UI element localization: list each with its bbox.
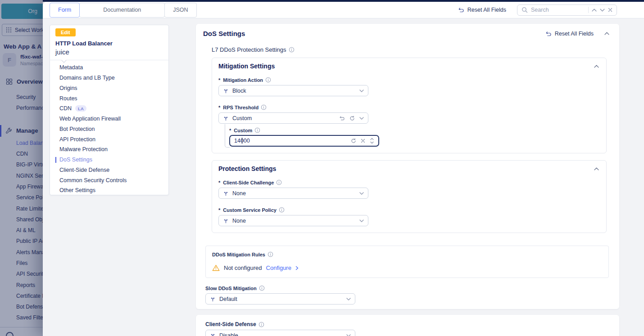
refresh-field-icon[interactable] [349,116,355,121]
tab-form[interactable]: Form [50,3,80,18]
protection-settings-card: Protection Settings * Client-Side Challe… [212,160,607,233]
nav-item-label: Domains and LB Type [59,75,115,81]
client-side-defense-label: Client-Side Defense [205,321,256,327]
rps-threshold-label-row: * RPS Threshold [218,104,599,110]
required-asterisk: * [229,128,231,133]
info-icon[interactable] [276,179,282,185]
nav-item-label: Routes [59,95,77,102]
search-next-icon[interactable] [600,9,605,12]
editor-panel: Form Documentation JSON Reset All Fields [43,2,644,336]
form-nav-bot-protection[interactable]: Bot Protection [55,124,163,134]
mitigation-settings-card: Mitigation Settings * Mitigation Action … [212,58,607,153]
info-icon[interactable] [265,77,271,83]
info-icon[interactable] [259,285,265,291]
form-nav-client-side-defense[interactable]: Client-Side Defense [55,165,163,175]
chevron-right-icon[interactable] [295,266,299,270]
collapse-caret-icon [61,58,66,63]
info-icon[interactable] [261,104,267,110]
form-nav-common-security[interactable]: Common Security Controls [55,175,163,185]
reset-all-fields-button[interactable]: Reset All Fields [458,7,506,13]
object-name: juice [55,48,163,56]
nav-item-label: Web Application Firewall [59,116,121,122]
chevron-down-icon [346,334,351,336]
reset-icon [545,31,552,36]
info-icon[interactable] [254,127,260,133]
nav-item-label: Malware Protection [59,146,108,152]
info-icon[interactable] [289,47,295,53]
not-configured-status: Not configured [224,264,262,271]
ddos-mitigation-rules-label: DDoS Mitigation Rules [212,252,265,257]
info-icon[interactable] [259,322,264,327]
form-nav-malware-protection[interactable]: Malware Protection [55,144,163,155]
undo-field-icon[interactable] [339,116,345,121]
rps-threshold-select[interactable]: Custom [218,112,368,124]
nav-item-label: Client-Side Defense [59,167,109,173]
info-icon[interactable] [268,251,273,257]
l7-ddos-section-label: L7 DDoS Protection Settings [212,46,286,53]
required-asterisk: * [218,207,220,213]
tab-label: Form [58,7,71,13]
search-box [517,4,617,16]
modal-scrim[interactable] [0,0,43,336]
client-side-defense-select[interactable]: Disable [205,330,355,336]
nav-item-label: API Protection [59,136,95,143]
search-input[interactable] [531,7,585,13]
number-stepper-icon[interactable] [370,137,374,144]
section-reset-label: Reset All Fields [555,31,594,37]
form-nav-domains[interactable]: Domains and LB Type [55,73,163,83]
custom-label: Custom [234,128,252,133]
collapse-mitigation-icon[interactable] [594,65,599,68]
search-prev-icon[interactable] [592,9,597,12]
nav-item-label: CDN [59,105,72,112]
tab-json[interactable]: JSON [164,3,196,18]
form-nav-routes[interactable]: Routes [55,93,163,103]
search-divider [588,7,589,13]
form-nav-cdn[interactable]: CDNLA [55,103,163,114]
nav-item-label: Metadata [59,64,83,71]
nested-custom-field: * Custom [229,127,599,147]
search-icon [522,7,528,13]
form-nav-waf[interactable]: Web Application Firewall [55,114,163,124]
collapse-protection-icon[interactable] [594,167,599,170]
form-nav-card: Edit HTTP Load Balancer juice Metadata D… [50,25,169,195]
mitigation-action-label-row: * Mitigation Action [218,77,599,83]
reset-icon [458,7,464,13]
refresh-field-icon[interactable] [351,138,356,143]
nav-item-label: Other Settings [59,187,95,193]
form-nav-api-protection[interactable]: API Protection [55,134,163,144]
required-asterisk: * [218,77,220,83]
form-nav-dos-settings[interactable]: DoS Settings [55,155,163,165]
editor-tabbar: Form Documentation JSON Reset All Fields [43,2,644,18]
form-nav-origins[interactable]: Origins [55,83,163,94]
form-nav-other-settings[interactable]: Other Settings [55,185,163,196]
edit-mode-badge: Edit [55,28,76,36]
text-cursor [242,138,242,144]
tab-documentation[interactable]: Documentation [79,3,165,18]
required-asterisk: * [218,180,220,185]
custom-service-policy-label-row: * Custom Service Policy [218,207,599,213]
required-asterisk: * [218,105,220,110]
search-close-icon[interactable] [608,8,612,12]
rps-threshold-value: Custom [232,115,336,121]
collapse-section-icon[interactable] [604,32,609,35]
l7-ddos-section-label-row: L7 DDoS Protection Settings [212,46,619,53]
rps-threshold-label: RPS Threshold [223,105,259,110]
one-of-fork-icon [223,88,229,94]
clear-field-icon[interactable] [361,139,365,143]
custom-rps-input[interactable] [234,138,346,144]
mitigation-action-select[interactable]: Block [218,85,368,96]
configure-link[interactable]: Configure [266,264,291,271]
info-icon[interactable] [279,207,285,213]
mitigation-action-value: Block [232,88,356,94]
slow-ddos-select[interactable]: Default [205,293,355,305]
custom-service-policy-select[interactable]: None [218,215,368,226]
mitigation-settings-title: Mitigation Settings [218,63,275,70]
client-side-challenge-value: None [232,190,356,197]
slow-ddos-value: Default [219,296,343,302]
ddos-mitigation-rules-box: DDoS Mitigation Rules Not configured Con… [205,246,609,278]
dos-settings-card: DoS Settings Reset All Fields L7 DDoS Pr… [196,24,619,309]
client-side-challenge-select[interactable]: None [218,188,368,199]
form-nav-metadata[interactable]: Metadata [55,63,163,73]
section-reset-all-fields-button[interactable]: Reset All Fields [545,31,594,37]
custom-service-policy-value: None [232,218,356,224]
